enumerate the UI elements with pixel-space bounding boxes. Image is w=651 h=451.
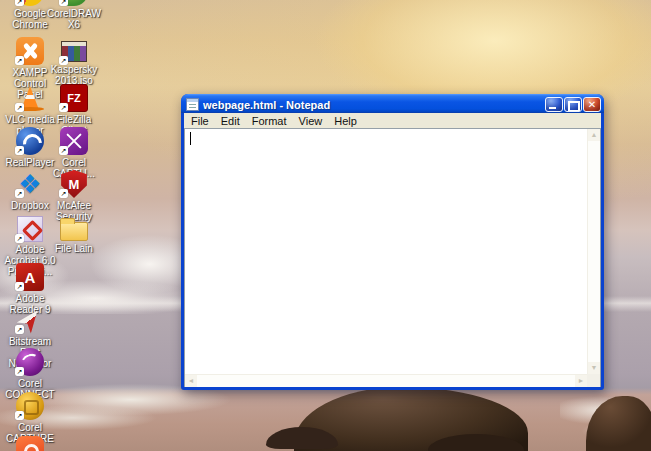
mcafee-shield-icon: M: [60, 170, 88, 198]
xampp-icon: [16, 37, 44, 65]
filezilla-glyph: FZ: [61, 85, 87, 111]
adobe-glyph: A: [16, 263, 44, 291]
beach-rock-small: [266, 427, 338, 449]
notepad-icon: [186, 98, 199, 111]
text-caret: [190, 132, 191, 145]
minimize-button[interactable]: [545, 97, 563, 112]
desktop-icon-file-lain-folder[interactable]: File Lain: [46, 215, 102, 254]
window-body: File Edit Format View Help: [184, 113, 601, 387]
corel-capture-icon: [60, 127, 88, 155]
desktop-icon-kaspersky-archive[interactable]: Kaspersky 2013.iso: [46, 37, 102, 86]
menu-bar: File Edit Format View Help: [184, 113, 601, 128]
dropbox-icon: ❖: [16, 170, 44, 198]
font-navigator-icon: [16, 306, 44, 334]
menu-format[interactable]: Format: [246, 114, 293, 128]
coreldraw-icon: [60, 0, 88, 6]
dropbox-glyph: ❖: [16, 170, 44, 198]
beach-rock-small: [428, 434, 524, 451]
maximize-button[interactable]: [564, 97, 582, 112]
vertical-scrollbar[interactable]: [587, 129, 600, 374]
title-bar[interactable]: webpage.html - Notepad: [181, 94, 604, 113]
vlc-cone-icon: [16, 84, 44, 112]
shore-foam-right: [560, 392, 651, 444]
filezilla-icon: FZ: [60, 84, 88, 112]
icon-label: File Lain: [46, 243, 102, 254]
scrollbar-corner: [587, 374, 600, 387]
menu-file[interactable]: File: [185, 114, 215, 128]
chrome-icon: [16, 0, 44, 6]
desktop-icon-corel-photo-paint[interactable]: [2, 436, 58, 451]
notepad-window: webpage.html - Notepad File Edit Format …: [181, 94, 604, 390]
menu-help[interactable]: Help: [328, 114, 363, 128]
corel-capture-x6-icon: [16, 392, 44, 420]
menu-edit[interactable]: Edit: [215, 114, 246, 128]
desktop-icon-coreldraw-x6[interactable]: CorelDRAW X6: [46, 0, 102, 30]
beach-rock-large: [294, 387, 528, 451]
icon-label: Kaspersky 2013.iso: [46, 64, 102, 86]
menu-view[interactable]: View: [293, 114, 329, 128]
close-button[interactable]: [583, 97, 601, 112]
folder-icon: [60, 222, 88, 241]
horizontal-scrollbar[interactable]: [185, 374, 587, 387]
acrobat-icon: [17, 216, 43, 242]
beach-rock-right: [586, 396, 651, 451]
mcafee-glyph: M: [60, 170, 88, 198]
realplayer-icon: [16, 127, 44, 155]
text-editor-area[interactable]: [184, 128, 601, 387]
adobe-reader-icon: A: [16, 263, 44, 291]
archive-books-icon: [61, 41, 87, 62]
icon-label: CorelDRAW X6: [46, 8, 102, 30]
desktop: Google Chrome CorelDRAW X6 XAMPP Control…: [0, 0, 651, 451]
corel-connect-icon: [16, 348, 44, 376]
window-title: webpage.html - Notepad: [203, 99, 544, 111]
corel-photo-paint-icon: [16, 436, 44, 451]
